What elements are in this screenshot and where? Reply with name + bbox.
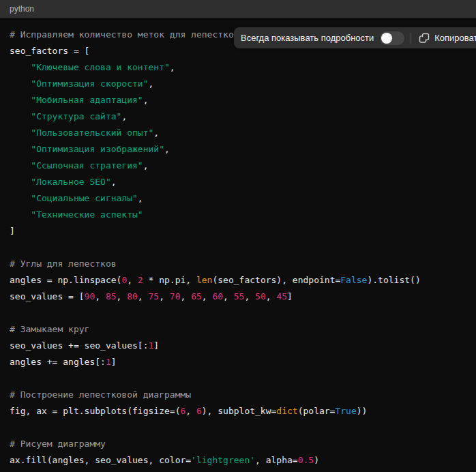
code-line [10, 305, 466, 321]
code-token: seo_factors = [ [10, 46, 89, 56]
code-token: 75 [149, 291, 160, 301]
code-line: "Оптимизация скорости", [10, 76, 466, 92]
code-toolbar: Всегда показывать подробности Копировать… [234, 27, 476, 48]
code-line: # Построение лепестковой диаграммы [10, 387, 466, 403]
code-token: , alpha= [255, 455, 298, 465]
code-line: "Мобильная адаптация", [10, 92, 466, 108]
code-token: fig, ax = plt.subplots(figsize=( [10, 406, 180, 416]
toggle-knob [381, 33, 392, 44]
code-token [10, 95, 31, 105]
code-token: , [138, 193, 143, 203]
code-token: "Технические аспекты" [31, 209, 143, 220]
code-line: seo_values += seo_values[:1] [10, 338, 466, 354]
code-token: 65 [191, 291, 202, 301]
code-header: python [0, 0, 476, 18]
code-token: , [143, 160, 149, 171]
code-token: # Углы для лепестков [10, 259, 117, 269]
code-token: dict [276, 406, 297, 416]
code-line: "Ссылочная стратегия", [10, 158, 466, 174]
code-token: 55 [234, 291, 245, 301]
code-token: 45 [276, 291, 287, 301]
code-token: , [244, 291, 255, 301]
code-token: # Рисуем диаграмму [10, 439, 106, 449]
code-line: "Локальное SEO", [10, 174, 466, 190]
code-line: "Социальные сигналы", [10, 190, 466, 207]
code-token: , [185, 406, 196, 416]
code-line [10, 239, 466, 256]
code-token [10, 78, 31, 89]
code-token: 1 [106, 357, 111, 367]
code-token: # Замыкаем круг [10, 324, 89, 334]
code-line: angles = np.linspace(0, 2 * np.pi, len(s… [10, 272, 466, 289]
code-token: # Построение лепестковой диаграммы [10, 389, 191, 400]
code-token: 50 [255, 291, 266, 301]
code-token: 0.5 [298, 455, 314, 465]
code-token: False [340, 275, 367, 285]
code-token: * np.pi, [143, 275, 196, 285]
code-token: , [127, 275, 138, 285]
code-token: , [223, 291, 234, 301]
code-token: ), subplot_kw= [202, 406, 277, 416]
code-token: "Структура сайта" [31, 111, 121, 121]
code-token: "Пользовательский опыт" [31, 128, 153, 138]
code-token: ) [314, 455, 319, 465]
code-line: "Оптимизация изображений", [10, 141, 466, 158]
code-line: # Рисуем диаграмму [10, 436, 466, 452]
code-token: seo_values += seo_values[: [10, 340, 149, 351]
code-token: angles += angles[: [10, 357, 106, 367]
code-token: , [159, 291, 170, 301]
copy-code-button[interactable]: Копировать код [417, 33, 476, 44]
code-token: "Оптимизация изображений" [31, 144, 164, 154]
code-line: ] [10, 223, 466, 239]
code-line: # Углы для лепестков [10, 256, 466, 272]
code-token: , [117, 291, 128, 301]
code-token: "Мобильная адаптация" [31, 95, 143, 105]
code-line: fig, ax = plt.subplots(figsize=(6, 6), s… [10, 403, 466, 419]
code-line: "Технические аспекты" [10, 207, 466, 223]
code-language-label: python [10, 5, 34, 13]
details-toggle[interactable] [380, 31, 404, 45]
code-token [10, 128, 31, 138]
code-token: 85 [106, 291, 117, 301]
code-token: ax.fill(angles, seo_values, color= [10, 455, 191, 465]
code-token: , [180, 291, 191, 301]
code-token [10, 177, 31, 187]
code-token: "Социальные сигналы" [31, 193, 138, 203]
code-token: , [266, 291, 277, 301]
code-token: len [196, 275, 212, 285]
code-token [10, 160, 31, 171]
code-token: 60 [212, 291, 223, 301]
code-line: "Пользовательский опыт", [10, 125, 466, 141]
code-token: 70 [170, 291, 181, 301]
code-token: "Ключевые слова и контент" [31, 62, 170, 72]
code-token [10, 62, 31, 72]
copy-icon [419, 33, 430, 44]
code-block-window: python # Исправляем количество меток для… [0, 0, 476, 472]
code-block: # Исправляем количество меток для лепест… [0, 18, 476, 469]
code-token: , [153, 128, 159, 138]
code-token: angles = np.linspace( [10, 275, 121, 285]
code-line: "Структура сайта", [10, 108, 466, 125]
code-token: ] [153, 340, 159, 351]
code-token: "Ссылочная стратегия" [31, 160, 143, 171]
code-token: seo_values = [ [10, 291, 85, 301]
code-token [10, 144, 31, 154]
code-token: )) [357, 406, 368, 416]
code-token: 'lightgreen' [191, 455, 255, 465]
code-token: # Исправляем количество меток для лепест… [10, 29, 239, 40]
code-token: True [335, 406, 356, 416]
code-token: (polar= [298, 406, 336, 416]
code-line [10, 419, 466, 436]
code-token: , [143, 95, 149, 105]
code-token: ] [287, 291, 293, 301]
code-token: (seo_factors), endpoint= [212, 275, 340, 285]
always-show-details-label: Всегда показывать подробности [241, 33, 374, 43]
code-token [10, 111, 31, 121]
copy-code-label: Копировать код [434, 33, 476, 43]
code-line [10, 370, 466, 387]
code-token: , [138, 291, 149, 301]
code-token: , [121, 111, 127, 121]
code-token: ).tolist() [367, 275, 420, 285]
toolbar-divider [411, 33, 411, 44]
code-token: , [202, 291, 213, 301]
